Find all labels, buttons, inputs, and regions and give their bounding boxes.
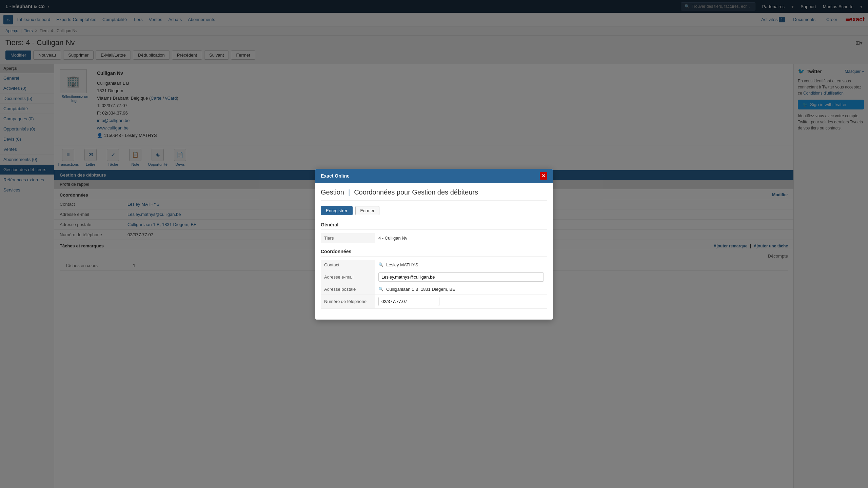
table-row: Contact 🔍 Lesley MATHYS xyxy=(321,260,547,270)
modal-general-table: Tiers 4 - Culligan Nv xyxy=(321,233,547,243)
modal-contact-field: 🔍 Lesley MATHYS xyxy=(375,260,547,270)
modal-close-button[interactable]: ✕ xyxy=(540,172,547,180)
modal-postal-label: Adresse postale xyxy=(321,284,375,294)
modal-btn-row: Enregistrer Fermer xyxy=(321,206,547,215)
modal-tel-field[interactable] xyxy=(375,294,547,308)
modal-tel-input[interactable] xyxy=(378,297,439,306)
table-row: Tiers 4 - Culligan Nv xyxy=(321,233,547,243)
modal-coordonnees-table: Contact 🔍 Lesley MATHYS Adresse e-mail xyxy=(321,260,547,309)
modal-general-section: Général xyxy=(321,222,547,230)
modal-postal-value: Culliganlaan 1 B, 1831 Diegem, BE xyxy=(386,287,455,292)
table-row: Numéro de téléphone xyxy=(321,294,547,308)
modal-fermer-button[interactable]: Fermer xyxy=(355,206,380,215)
modal-title-part1: Gestion xyxy=(321,188,344,196)
table-row: Adresse e-mail xyxy=(321,270,547,284)
modal-email-input[interactable] xyxy=(378,272,544,282)
modal: Exact Online ✕ Gestion | Coordonnées pou… xyxy=(315,169,553,320)
modal-email-field[interactable] xyxy=(375,270,547,284)
modal-coordonnees-section: Coordonnées xyxy=(321,249,547,257)
modal-overlay[interactable]: Exact Online ✕ Gestion | Coordonnées pou… xyxy=(0,0,868,488)
modal-header-title: Exact Online xyxy=(321,173,350,179)
modal-title: Gestion | Coordonnées pour Gestion des d… xyxy=(321,188,547,201)
modal-enregistrer-button[interactable]: Enregistrer xyxy=(321,206,353,215)
modal-email-label: Adresse e-mail xyxy=(321,270,375,284)
contact-search-icon: 🔍 xyxy=(378,262,383,267)
modal-tiers-label: Tiers xyxy=(321,233,375,243)
modal-header: Exact Online ✕ xyxy=(315,169,553,183)
modal-tiers-value: 4 - Culligan Nv xyxy=(375,233,547,243)
modal-body: Gestion | Coordonnées pour Gestion des d… xyxy=(315,183,553,320)
modal-title-divider: | xyxy=(348,188,350,196)
modal-contact-label: Contact xyxy=(321,260,375,270)
postal-search-icon: 🔍 xyxy=(378,287,383,291)
modal-contact-value: Lesley MATHYS xyxy=(386,262,418,267)
modal-postal-field: 🔍 Culliganlaan 1 B, 1831 Diegem, BE xyxy=(375,284,547,294)
table-row: Adresse postale 🔍 Culliganlaan 1 B, 1831… xyxy=(321,284,547,294)
modal-tel-label: Numéro de téléphone xyxy=(321,294,375,308)
modal-title-part2: Coordonnées pour Gestion des débiteurs xyxy=(354,188,478,196)
